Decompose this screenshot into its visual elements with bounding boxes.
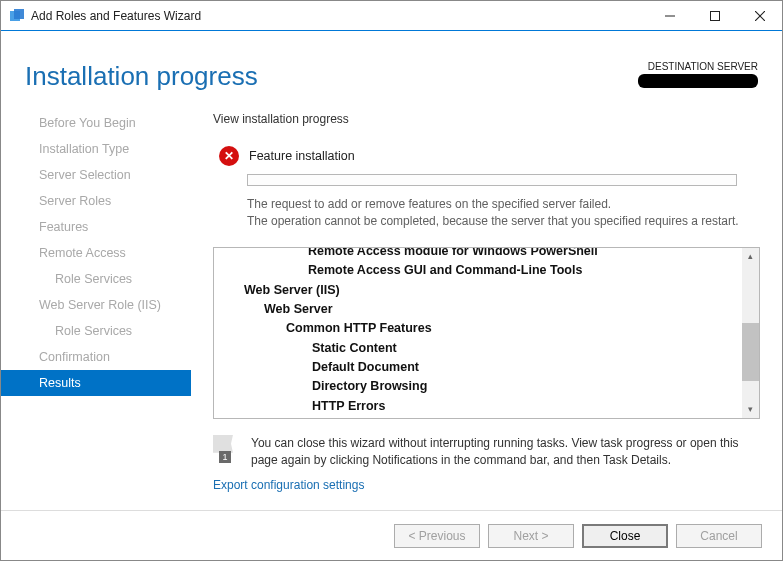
nav-server-roles: Server Roles <box>1 188 191 214</box>
maximize-button[interactable] <box>692 1 737 31</box>
tree-item: Static Content <box>216 339 742 358</box>
cancel-button: Cancel <box>676 524 762 548</box>
error-icon: ✕ <box>219 146 239 166</box>
previous-button: < Previous <box>394 524 480 548</box>
nav-web-server-role-iis: Web Server Role (IIS) <box>1 292 191 318</box>
tree-item: Remote Access module for Windows PowerSh… <box>216 248 742 261</box>
close-window-button[interactable] <box>737 1 782 31</box>
svg-rect-3 <box>710 11 719 20</box>
notification-flag-icon: 1 <box>213 435 241 463</box>
nav-before-you-begin: Before You Begin <box>1 110 191 136</box>
status-text: Feature installation <box>249 149 355 163</box>
scroll-up-icon[interactable]: ▴ <box>742 248 759 265</box>
next-button: Next > <box>488 524 574 548</box>
nav-results[interactable]: Results <box>1 370 191 396</box>
error-message-line1: The request to add or remove features on… <box>247 196 760 213</box>
tree-item: Common HTTP Features <box>216 319 742 338</box>
tree-item: HTTP Errors <box>216 397 742 416</box>
wizard-header: Installation progress DESTINATION SERVER <box>1 31 782 110</box>
destination-server-label: DESTINATION SERVER <box>638 61 758 72</box>
status-row: ✕ Feature installation <box>213 146 760 166</box>
app-icon <box>9 8 25 24</box>
notification-count-badge: 1 <box>219 451 231 463</box>
nav-server-selection: Server Selection <box>1 162 191 188</box>
error-message-line2: The operation cannot be completed, becau… <box>247 213 760 230</box>
error-message: The request to add or remove features on… <box>247 196 760 231</box>
hint-row: 1 You can close this wizard without inte… <box>213 435 760 469</box>
svg-rect-1 <box>14 9 24 19</box>
tree-item: Directory Browsing <box>216 377 742 396</box>
scroll-thumb[interactable] <box>742 323 759 381</box>
feature-tree[interactable]: Remote Access module for Windows PowerSh… <box>214 248 742 418</box>
close-button[interactable]: Close <box>582 524 668 548</box>
wizard-footer: < Previous Next > Close Cancel <box>1 510 782 560</box>
minimize-button[interactable] <box>647 1 692 31</box>
page-title: Installation progress <box>25 61 638 92</box>
hint-text: You can close this wizard without interr… <box>251 435 760 469</box>
scrollbar[interactable]: ▴ ▾ <box>742 248 759 418</box>
feature-tree-container: Remote Access module for Windows PowerSh… <box>213 247 760 419</box>
progress-bar <box>247 174 737 186</box>
export-configuration-link[interactable]: Export configuration settings <box>213 478 760 492</box>
window-title: Add Roles and Features Wizard <box>31 9 647 23</box>
tree-item: Web Server <box>216 300 742 319</box>
nav-iis-role-services: Role Services <box>1 318 191 344</box>
title-bar: Add Roles and Features Wizard <box>1 1 782 31</box>
scroll-down-icon[interactable]: ▾ <box>742 401 759 418</box>
nav-remote-access: Remote Access <box>1 240 191 266</box>
nav-confirmation: Confirmation <box>1 344 191 370</box>
destination-server-name-redacted <box>638 74 758 88</box>
destination-server-block: DESTINATION SERVER <box>638 61 758 88</box>
nav-installation-type: Installation Type <box>1 136 191 162</box>
tree-item: Default Document <box>216 358 742 377</box>
tree-item: Web Server (IIS) <box>216 281 742 300</box>
wizard-nav: Before You Begin Installation Type Serve… <box>1 110 191 510</box>
scroll-track[interactable] <box>742 265 759 401</box>
tree-item: Remote Access GUI and Command-Line Tools <box>216 261 742 280</box>
nav-remote-access-role-services: Role Services <box>1 266 191 292</box>
view-label: View installation progress <box>213 112 760 126</box>
main-panel: View installation progress ✕ Feature ins… <box>191 110 782 510</box>
nav-features: Features <box>1 214 191 240</box>
